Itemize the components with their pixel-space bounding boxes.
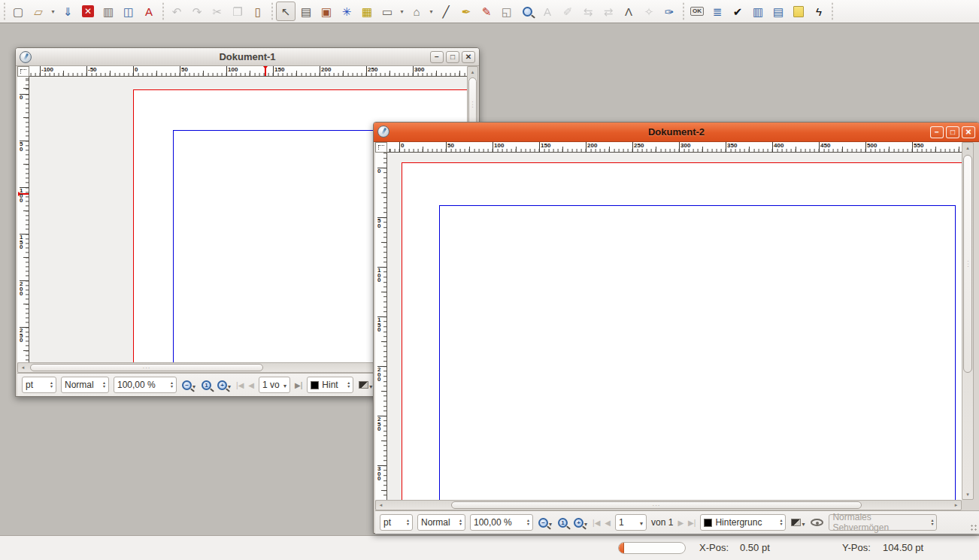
zoom-button[interactable] (517, 2, 537, 21)
pdf-text-field-button[interactable]: ≣ (708, 2, 727, 21)
open-document-dropdown-arrow[interactable]: ▾ (49, 2, 57, 21)
vision-defect-selector[interactable]: Normales Sehvermögen (829, 514, 937, 531)
horizontal-scrollbar[interactable]: ◂ ··· ▸ (375, 500, 962, 510)
insert-polygon-dropdown-arrow[interactable]: ▾ (427, 2, 435, 21)
rotate-item-button[interactable]: ◱ (497, 2, 517, 21)
pdf-link-annotation-button[interactable]: ϟ (809, 2, 829, 21)
layer-flags-button[interactable] (358, 377, 373, 393)
pdf-text-annotation-button[interactable] (789, 2, 808, 21)
edit-contents-icon: A (544, 6, 551, 17)
close-button[interactable]: ✕ (962, 126, 975, 138)
zoom-out-button[interactable]: − (181, 377, 196, 393)
titlebar-dokument-1[interactable]: Dokument-1 − □ ✕ (16, 48, 479, 66)
layer-selector[interactable]: Hintergrunc (700, 514, 786, 531)
vertical-scrollbar[interactable]: ▴ ··· ▾ (962, 142, 974, 500)
close-document-button[interactable]: ✕ (78, 2, 98, 21)
next-page-button[interactable]: ▶ (677, 519, 683, 527)
pdf-push-button-button[interactable]: OK (687, 2, 707, 21)
scroll-down-arrow[interactable]: ▾ (962, 490, 973, 498)
edit-text-story-editor-button[interactable]: ✐ (558, 2, 577, 21)
zoom-level-spinbox[interactable]: 100,00 % (114, 377, 177, 393)
insert-freehand-line-button[interactable]: ✎ (477, 2, 496, 21)
vertical-scroll-thumb[interactable]: ··· (963, 155, 972, 373)
copy-button[interactable]: ❐ (228, 2, 247, 21)
pdf-check-box-button[interactable]: ✔ (728, 2, 747, 21)
window-resize-grip[interactable] (970, 524, 977, 531)
maximize-button[interactable]: □ (946, 126, 959, 138)
zoom-100-button[interactable]: 1 (557, 514, 568, 531)
insert-render-frame-button[interactable]: ✳ (337, 2, 356, 21)
new-document-button[interactable]: ▢ (8, 2, 28, 21)
first-page-button[interactable]: |◀ (236, 381, 244, 389)
preflight-verifier-button[interactable]: ◫ (119, 2, 138, 21)
link-text-frames-button[interactable]: ⇆ (578, 2, 598, 21)
maximize-button[interactable]: □ (446, 51, 459, 63)
scroll-up-arrow[interactable]: ▴ (468, 68, 477, 76)
open-document-button[interactable]: ▱ (29, 2, 48, 21)
scroll-left-arrow[interactable]: ◂ (377, 501, 385, 510)
unlink-text-frames-button[interactable]: ⇄ (599, 2, 618, 21)
horizontal-scroll-thumb[interactable]: ··· (30, 364, 263, 371)
select-item-button[interactable]: ↖ (276, 2, 296, 21)
insert-text-frame-button[interactable]: ▤ (296, 2, 316, 21)
horizontal-scroll-thumb[interactable]: ··· (451, 501, 862, 509)
vertical-ruler[interactable]: 05 01 0 01 5 02 0 02 5 03 0 0 (375, 153, 387, 500)
mdi-workspace[interactable]: Dokument-1 − □ ✕ -100-500501001502002503… (0, 23, 979, 535)
export-pdf-button[interactable]: A (139, 2, 159, 21)
horizontal-ruler[interactable]: -100-50050100150200250300 (29, 66, 467, 77)
insert-line-button[interactable]: ╱ (436, 2, 456, 21)
close-button[interactable]: ✕ (462, 51, 475, 63)
redo-button[interactable]: ↷ (187, 2, 207, 21)
insert-bezier-curve-button[interactable]: ✒ (456, 2, 476, 21)
preview-mode-button[interactable] (810, 514, 824, 531)
edit-contents-button[interactable]: A (538, 2, 557, 21)
scroll-right-arrow[interactable]: ▸ (952, 501, 960, 510)
pdf-list-box-button[interactable]: ▤ (768, 2, 788, 21)
pdf-combo-box-button[interactable]: ▥ (748, 2, 768, 21)
next-page-button[interactable]: ▶| (295, 381, 302, 389)
layer-flags-button[interactable] (790, 514, 805, 531)
layer-selector[interactable]: Hint (307, 377, 353, 393)
undo-button[interactable]: ↶ (167, 2, 186, 21)
page-selector[interactable]: 1 vo (259, 377, 290, 393)
ruler-origin-button[interactable] (375, 142, 387, 153)
titlebar-dokument-2[interactable]: Dokument-2 − □ ✕ (374, 123, 979, 142)
minimize-button[interactable]: − (430, 51, 444, 63)
page-selector[interactable]: 1 (615, 514, 647, 531)
scroll-left-arrow[interactable]: ◂ (19, 363, 27, 372)
cut-button[interactable]: ✂ (208, 2, 227, 21)
vertical-ruler[interactable]: 05 01 0 01 5 02 0 02 5 0 (17, 77, 29, 362)
zoom-in-button[interactable]: + (573, 514, 588, 531)
minimize-button[interactable]: − (930, 126, 944, 138)
previous-page-button[interactable]: ◀ (248, 381, 254, 389)
ruler-label: 2 5 0 (377, 417, 380, 432)
last-page-button[interactable]: ▶| (688, 519, 696, 527)
zoom-out-button[interactable]: − (538, 514, 553, 531)
quality-selector[interactable]: Normal (61, 377, 109, 393)
document-canvas[interactable] (387, 153, 962, 500)
print-document-button[interactable]: ▥ (99, 2, 118, 21)
zoom-100-button[interactable]: 1 (201, 377, 212, 393)
copy-item-properties-button[interactable]: ✧ (639, 2, 659, 21)
insert-polygon-button[interactable]: ⌂ (407, 2, 426, 21)
insert-table-button[interactable]: ▦ (357, 2, 377, 21)
save-document-button[interactable]: ⇓ (58, 2, 77, 21)
zoom-level-spinbox[interactable]: 100,00 % (470, 514, 533, 531)
measurements-button[interactable]: Λ (619, 2, 638, 21)
previous-page-button[interactable]: ◀ (605, 519, 611, 527)
eye-dropper-button[interactable]: ✑ (659, 2, 679, 21)
horizontal-ruler[interactable]: 050100150200250300350400450500550 (387, 142, 962, 153)
paste-button[interactable]: ▯ (248, 2, 268, 21)
insert-shape-button[interactable]: ▭ (377, 2, 397, 21)
unit-selector[interactable]: pt (22, 377, 56, 393)
zoom-in-button[interactable]: + (217, 377, 232, 393)
spin-arrows-icon (780, 519, 782, 526)
ruler-origin-button[interactable] (17, 66, 29, 77)
insert-shape-dropdown-arrow[interactable]: ▾ (398, 2, 406, 21)
quality-selector[interactable]: Normal (417, 514, 465, 531)
insert-image-frame-button[interactable]: ▣ (317, 2, 336, 21)
scroll-up-arrow[interactable]: ▴ (962, 144, 973, 152)
page-value: 1 (619, 517, 637, 528)
unit-selector[interactable]: pt (380, 514, 413, 531)
first-page-button[interactable]: |◀ (593, 519, 600, 527)
